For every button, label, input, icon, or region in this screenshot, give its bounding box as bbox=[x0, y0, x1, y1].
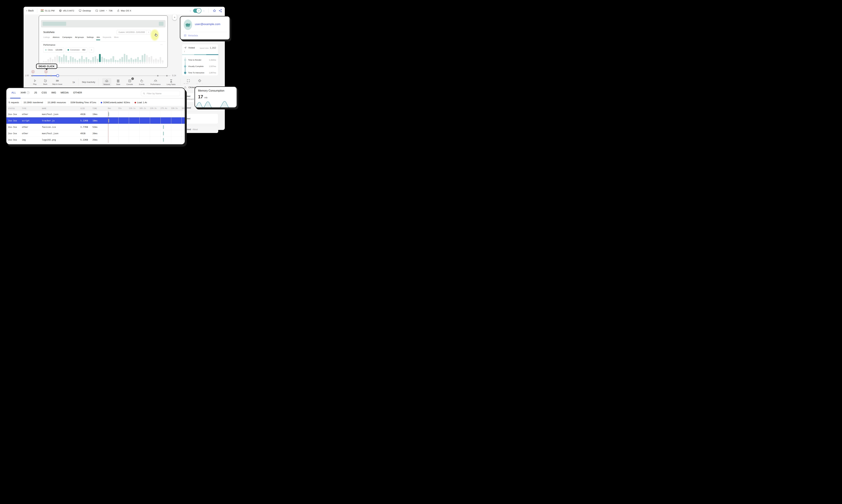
timeline-event-dot[interactable] bbox=[50, 75, 52, 76]
waterfall-tick: 330.5s bbox=[171, 107, 178, 109]
chart-bar-day-9: 9 bbox=[48, 52, 49, 64]
issue-marker[interactable]: i bbox=[31, 70, 35, 75]
more-options-icon[interactable]: ⋯ bbox=[160, 43, 163, 46]
metadata-doc-icon bbox=[184, 34, 186, 37]
browser-info: v91.0.4472 bbox=[59, 9, 74, 12]
timeline-progress bbox=[31, 75, 58, 76]
metadata-label: Metadata bbox=[188, 34, 198, 37]
metadata-button[interactable]: Metadata bbox=[184, 34, 198, 37]
visited-url: / bbox=[184, 51, 216, 53]
resolution-height: 736 bbox=[109, 10, 112, 12]
site-tab-more[interactable]: More bbox=[114, 36, 119, 40]
chart-bar-day-29: 29 bbox=[162, 52, 163, 64]
network-tab-all[interactable]: ALL bbox=[12, 91, 16, 94]
share-button[interactable] bbox=[219, 9, 222, 13]
panel-button-performance[interactable]: Performance bbox=[149, 78, 162, 86]
column-header-time[interactable]: TIME bbox=[92, 107, 108, 110]
playback-speed-button[interactable]: 1x bbox=[72, 81, 75, 84]
column-header-status[interactable]: STATUS bbox=[8, 107, 22, 110]
site-tab-listings[interactable]: Listings bbox=[43, 36, 50, 40]
chart-bar-day-23: 23 bbox=[79, 52, 80, 64]
date-range-select[interactable]: Custom: 14/12/2019 - 21/01/2020 ∨ bbox=[117, 30, 151, 34]
panel-button-network[interactable]: Network bbox=[102, 78, 111, 86]
chart-bar-day-15: 15 bbox=[130, 52, 132, 64]
timeline-event-dot[interactable] bbox=[45, 75, 47, 76]
site-tab-advices[interactable]: Advices bbox=[53, 36, 59, 40]
favorite-star-button[interactable] bbox=[213, 9, 216, 13]
visited-metrics-card[interactable]: Visited Speed Index 1,162 / Time to Rend… bbox=[182, 44, 218, 76]
metric-label: Conversion bbox=[70, 49, 81, 51]
network-tab-xhr[interactable]: XHR? bbox=[20, 91, 30, 94]
visited-icon bbox=[184, 47, 187, 49]
panel-button-events[interactable]: Events bbox=[138, 78, 146, 86]
event-card-clicked-about[interactable]: ClickedAbout bbox=[182, 126, 218, 133]
network-tabs-underline bbox=[6, 98, 185, 98]
chart-bar-day-27: 27 bbox=[158, 52, 159, 64]
chart-bar-day-28: 28 bbox=[160, 52, 161, 64]
chrome-icon bbox=[59, 9, 62, 12]
column-header-name[interactable]: NAME bbox=[42, 107, 80, 110]
back-10s-button[interactable]: 10Back bbox=[42, 79, 49, 85]
network-request-row-tracker.js[interactable]: 2xx-3xxscripttracker.js5.22KB18ms bbox=[6, 117, 185, 124]
help-icon[interactable]: ? bbox=[27, 91, 30, 94]
timeline-handle[interactable] bbox=[56, 74, 59, 77]
site-tab-campaigns[interactable]: Campaigns bbox=[62, 36, 72, 40]
network-tab-other[interactable]: OTHER bbox=[73, 91, 82, 94]
performance-section-title: Performance bbox=[43, 44, 55, 46]
memory-card-title: Memory Consumption bbox=[198, 89, 225, 92]
site-tab-settings[interactable]: Settings bbox=[87, 36, 94, 40]
resolution-times: × bbox=[106, 10, 107, 12]
timeline-track[interactable]: ii bbox=[31, 75, 171, 76]
waterfall-tick: 220.3s bbox=[150, 107, 157, 109]
chart-bar-day-10: 10 bbox=[119, 52, 121, 64]
chart-bar-day-23: 23 bbox=[148, 52, 150, 64]
device-type-label: Desktop bbox=[83, 10, 91, 12]
chart-bar-day-5: 5 bbox=[108, 52, 110, 64]
os-info: Mac OS X bbox=[117, 9, 131, 12]
network-tab-img[interactable]: IMG bbox=[51, 91, 56, 94]
panel-button-console[interactable]: Console3 bbox=[125, 78, 135, 86]
previous-session-button[interactable]: ‹ bbox=[190, 9, 191, 12]
chart-bar-day-26: 26 bbox=[155, 52, 157, 64]
chart-bar-day-17: 17 bbox=[65, 52, 67, 64]
memory-consumption-card: Memory Consumption 17 mb bbox=[195, 86, 237, 108]
panel-button-long-tasks[interactable]: Long Tasks bbox=[165, 78, 177, 86]
chevron-down-icon: ∨ bbox=[146, 30, 150, 34]
network-tab-js[interactable]: JS bbox=[34, 91, 37, 94]
network-tab-media[interactable]: MEDIA bbox=[60, 91, 69, 94]
site-tab-ads[interactable]: Ads bbox=[96, 36, 100, 40]
chart-bar-day-19: 19 bbox=[140, 52, 141, 64]
autoplay-toggle[interactable]: ✓ bbox=[193, 8, 201, 13]
site-title: Scotisheio bbox=[43, 31, 55, 34]
column-header-type[interactable]: TYPE bbox=[22, 107, 42, 110]
speed-index-label: Speed Index bbox=[200, 47, 209, 49]
timeline-event-dot[interactable] bbox=[157, 75, 159, 76]
site-tab-ad-groups[interactable]: Ad groups bbox=[75, 36, 84, 40]
user-cursor-hand-icon bbox=[154, 33, 158, 37]
issue-marker[interactable]: i bbox=[44, 70, 48, 75]
skip-to-issue-button[interactable]: Skip to Issue bbox=[52, 79, 62, 85]
network-request-row-manifest.json[interactable]: 2xx-3xxothermanifest.json492B19ms bbox=[6, 111, 185, 117]
date-range-value: Custom: 14/12/2019 - 21/01/2020 bbox=[117, 31, 146, 33]
chart-bar-day-18: 18 bbox=[68, 52, 69, 64]
network-tab-css[interactable]: CSS bbox=[41, 91, 47, 94]
network-request-row-manifest.json[interactable]: 2xx-3xxothermanifest.json492B26ms bbox=[6, 130, 185, 137]
table-rows: 2xx-3xxothermanifest.json492B19ms2xx-3xx… bbox=[6, 111, 185, 143]
chart-bar-day-13: 13 bbox=[126, 52, 127, 64]
timeline-event-dot[interactable] bbox=[32, 75, 33, 76]
network-request-row-favicon.ico[interactable]: 2xx-3xxotherfavicon.ico3.77KB52ms bbox=[6, 124, 185, 130]
timeline-event-dot[interactable] bbox=[166, 75, 167, 76]
filter-by-name-input[interactable] bbox=[147, 92, 178, 95]
column-header-size[interactable]: SIZE bbox=[80, 107, 92, 110]
site-tab-keywords[interactable]: Keywords bbox=[103, 36, 111, 40]
network-request-row-logo192.png[interactable]: 2xx-3xximglogo192.png5.22KB25ms bbox=[6, 137, 185, 143]
collapse-panel-button[interactable]: » bbox=[173, 14, 177, 20]
user-email[interactable]: user@example.com bbox=[195, 22, 220, 26]
waterfall-tick: 165.2s bbox=[140, 107, 146, 109]
next-session-button[interactable]: › bbox=[203, 9, 204, 12]
panel-button-state[interactable]: State bbox=[115, 78, 122, 86]
event-card-visited[interactable]: Visited bbox=[182, 113, 218, 124]
play-button[interactable]: Play bbox=[31, 79, 38, 85]
back-button[interactable]: ‹ Back bbox=[26, 9, 34, 12]
skip-inactivity-button[interactable]: Skip Inactivity bbox=[82, 81, 95, 83]
